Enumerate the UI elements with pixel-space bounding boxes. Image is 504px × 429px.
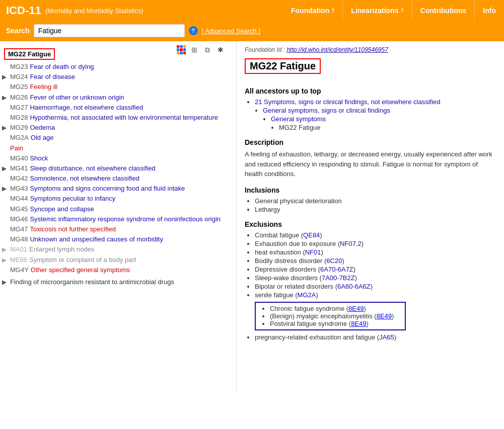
exclusion-link-6c20[interactable]: 6C20	[326, 257, 342, 265]
exclusion-bodily: Bodily distress disorder (6C20)	[255, 257, 496, 265]
tree-item-pain[interactable]: Pain	[2, 143, 226, 153]
toggle-me86: ▶	[2, 256, 9, 265]
ancestor-item-3: MG22 Fatigue	[279, 124, 496, 131]
blue-box-list: Chronic fatigue syndrome (8E49) (Benign)…	[270, 305, 401, 327]
inclusions-list: General physical deterioration Lethargy	[245, 197, 496, 213]
exclusion-link-6a70[interactable]: 6A70-6A7Z	[320, 266, 353, 273]
exclusion-combat: Combat fatigue (QE84)	[255, 231, 496, 239]
exclusion-link-ja65[interactable]: JA65	[379, 333, 394, 341]
exclusion-depressive: Depressive disorders (6A70-6A7Z)	[255, 266, 496, 273]
description-text: A feeling of exhaustion, lethargy, or de…	[245, 149, 496, 179]
exclusions-heading: Exclusions	[245, 220, 496, 228]
selected-tree-item[interactable]: MG22 Fatigue	[4, 48, 55, 60]
grid-icon[interactable]: ⊞	[189, 44, 200, 55]
foundation-help-icon: ?	[331, 8, 334, 14]
exclusion-link-mg2a[interactable]: MG2A	[298, 291, 316, 299]
ancestor-item-0[interactable]: 21 Symptoms, signs or clinical findings,…	[255, 98, 496, 106]
tree-item-mg27[interactable]: MG27 Haemorrhage, not elsewhere classifi…	[2, 103, 226, 113]
ancestor-item-1[interactable]: General symptoms, signs or clinical find…	[263, 107, 496, 114]
foundation-id-text: Foundation Id : http://id.who.int/icd/en…	[245, 46, 496, 53]
ancestor-item-2[interactable]: General symptoms	[271, 115, 496, 123]
advanced-search-link[interactable]: [ Advanced Search ]	[202, 27, 260, 35]
description-heading: Description	[245, 138, 496, 146]
exclusion-senile: senile fatigue (MG2A)	[255, 291, 496, 299]
blue-box-exclusions: Chronic fatigue syndrome (8E49) (Benign)…	[255, 302, 406, 330]
exclusion-link-8e49-pvfs[interactable]: 8E49	[351, 320, 366, 327]
exclusion-sleep: Sleep-wake disorders (7A00-7B2Z)	[255, 274, 496, 282]
ancestors-list: 21 Symptoms, signs or clinical findings,…	[245, 98, 496, 131]
tree-item-mg23[interactable]: MG23 Fear of death or dying	[2, 62, 226, 72]
tree-item-ma01[interactable]: ▶ MA01 Enlarged lymph nodes	[2, 244, 226, 254]
inclusion-item-0: General physical deterioration	[255, 197, 496, 205]
tab-foundation[interactable]: Foundation ?	[283, 0, 343, 21]
exclusion-link-8e49-bme[interactable]: 8E49	[377, 312, 392, 320]
tree-item-mg42[interactable]: MG42 Somnolence, not elsewhere classifie…	[2, 174, 226, 184]
linearizations-help-icon: ?	[400, 8, 403, 14]
tree-item-mg29[interactable]: ▶ MG29 Oedema	[2, 123, 226, 133]
toggle-mg24: ▶	[2, 73, 9, 81]
tab-linearizations[interactable]: Linearizations ?	[343, 0, 412, 21]
toggle-mg41: ▶	[2, 164, 9, 173]
exclusion-heat: heat exhaustion (NF01)	[255, 248, 496, 256]
tree-item-mg48[interactable]: MG48 Unknown and unspecified causes of m…	[2, 234, 226, 244]
tree-item-mg4y[interactable]: MG4Y Other specified general symptoms	[2, 265, 226, 275]
inclusions-heading: Inclusions	[245, 186, 496, 194]
toggle-mg43: ▶	[2, 185, 9, 193]
exclusion-link-nf01[interactable]: NF01	[305, 248, 321, 256]
exclusion-bipolar: Bipolar or related disorders (6A60-6A6Z)	[255, 283, 496, 290]
exclusion-pregnancy: pregnancy-related exhaustion and fatigue…	[255, 333, 496, 341]
exclusion-cfs: Chronic fatigue syndrome (8E49)	[270, 305, 401, 312]
copy-icon[interactable]: ⧉	[202, 44, 213, 55]
foundation-id-link[interactable]: http://id.who.int/icd/entity/1109546957	[286, 46, 388, 53]
tree-item-mg47[interactable]: MG47 Toxicosis not further specified	[2, 224, 226, 234]
tab-info[interactable]: Info	[475, 0, 504, 21]
tree-item-mg41[interactable]: ▶ MG41 Sleep disturbance, not elsewhere …	[2, 163, 226, 174]
exclusion-link-7a00[interactable]: 7A00-7B2Z	[322, 274, 355, 282]
entry-title: MG22 Fatigue	[245, 58, 321, 74]
search-label: Search	[6, 27, 30, 35]
exclusion-bme: (Benign) myalgic encephalomyelitis (8E49…	[270, 312, 401, 320]
tree-item-mg2a[interactable]: MG2A Old age	[2, 133, 226, 143]
tree-item-mg46[interactable]: MG46 Systemic inflammatory response synd…	[2, 214, 226, 224]
tree-item-me86[interactable]: ▶ ME86 Symptom or complaint of a body pa…	[2, 255, 226, 265]
exclusion-pvfs: Postviral fatigue syndrome (8E49)	[270, 320, 401, 327]
tree-item-finding[interactable]: ▶ Finding of microorganism resistant to …	[2, 277, 226, 287]
exclusions-list-2: pregnancy-related exhaustion and fatigue…	[245, 333, 496, 341]
color-grid-icon[interactable]	[176, 44, 187, 55]
exclusion-exhaustion: Exhaustion due to exposure (NF07.2)	[255, 240, 496, 247]
toggle-ma01: ▶	[2, 245, 9, 254]
exclusion-link-8e49-cfs[interactable]: 8E49	[348, 305, 364, 312]
exclusion-link-nf07[interactable]: NF07.2	[340, 240, 362, 247]
exclusion-link-6a60[interactable]: 6A60-6A6Z	[337, 283, 371, 290]
app-subtitle: (Mortality and Morbidity Statistics)	[45, 7, 143, 15]
tree-item-mg45[interactable]: MG45 Syncope and collapse	[2, 204, 226, 214]
toggle-mg26: ▶	[2, 94, 9, 102]
exclusions-list: Combat fatigue (QE84) Exhaustion due to …	[245, 231, 496, 299]
ancestors-heading: All ancestors up to top	[245, 87, 496, 95]
tree-item-mg43[interactable]: ▶ MG43 Symptoms and signs concerning foo…	[2, 184, 226, 194]
exclusion-link-qe84[interactable]: QE84	[303, 231, 320, 239]
tree-item-mg44[interactable]: MG44 Symptoms peculiar to infancy	[2, 194, 226, 204]
tree-item-mg24[interactable]: ▶ MG24 Fear of disease	[2, 72, 226, 82]
search-help-icon[interactable]: ?	[189, 26, 198, 35]
tab-contributions[interactable]: Contributions	[412, 0, 475, 21]
tree-item-mg25[interactable]: MG25 Feeling ill	[2, 82, 226, 92]
tree-item-mg40[interactable]: MG40 Shock	[2, 153, 226, 163]
search-input[interactable]	[34, 24, 185, 37]
tree-item-mg28[interactable]: MG28 Hypothermia, not associated with lo…	[2, 113, 226, 123]
app-title: ICD-11	[6, 4, 41, 17]
tree-item-mg26[interactable]: ▶ MG26 Fever of other or unknown origin	[2, 93, 226, 103]
asterisk-icon[interactable]: ✱	[215, 44, 226, 55]
toggle-finding: ▶	[2, 278, 9, 287]
toggle-mg29: ▶	[2, 124, 9, 132]
inclusion-item-1: Lethargy	[255, 206, 496, 213]
